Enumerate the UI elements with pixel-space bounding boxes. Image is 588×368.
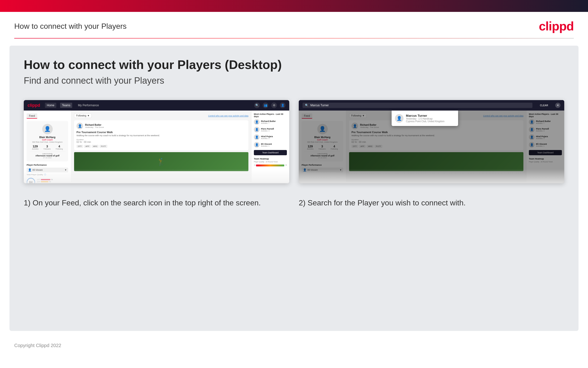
search-nav-bar: 🔍 Marcus Turner CLEAR ✕ (299, 100, 564, 110)
activities-stat: 129 Activities (32, 145, 39, 150)
heatmap-sub-2: Player Quality - 20 Round Trend (529, 161, 562, 163)
player-item-4: 👤 Eli Vincent Activities: 1 (254, 142, 287, 148)
nav-teams[interactable]: Teams (60, 103, 72, 108)
player-select-2: 👤 Eli Vincent ▼ (302, 168, 343, 172)
profile-card: Blair McHarg Golf Coach Mill Ride Golf C… (26, 121, 68, 161)
score-circle: 84 (26, 178, 35, 183)
activities-num: 129 (32, 145, 39, 148)
activities-label: Activities (32, 148, 39, 150)
player-avatar-2: 👤 (254, 127, 260, 132)
team-dashboard-button[interactable]: Team Dashboard (254, 150, 287, 155)
most-active-title-2: Most Active Players - Last 30 days (529, 113, 562, 118)
search-icon[interactable]: 🔍 (254, 102, 260, 108)
stats-row: 129 Activities 3 Followers 4 Following (29, 143, 65, 151)
player-performance-title: Player Performance (26, 164, 68, 166)
following-button-2: Following▼ (349, 113, 367, 118)
followers-stat: 3 Followers (44, 145, 51, 150)
captions-row: 1) On your Feed, click on the search ico… (24, 198, 564, 208)
screenshots-row: clippd Home Teams My Performance 🔍 👥 ⚙ 👤 (24, 100, 564, 183)
search-input-text: Marcus Turner (310, 104, 329, 107)
profile-card-2: Blair McHarg Golf Coach Mill Ride Golf C… (302, 121, 343, 161)
clear-button[interactable]: CLEAR (540, 104, 548, 107)
nav-home[interactable]: Home (45, 103, 56, 108)
control-link[interactable]: Control who can see your activity and da… (208, 115, 248, 117)
player-avatar-1: 👤 (254, 119, 260, 125)
search-result-club: Cypress Point Club, United Kingdom (406, 120, 444, 123)
search-result-name: Marcus Turner (406, 114, 444, 118)
tag-app: APP (84, 145, 91, 148)
settings-icon[interactable]: ⚙ (271, 102, 277, 108)
search-input-area[interactable]: 🔍 Marcus Turner (303, 103, 532, 108)
player-performance-title-2: Player Performance (302, 164, 343, 166)
page-footer: Copyright Clippd 2022 (0, 338, 588, 353)
following-button[interactable]: Following ▼ (74, 113, 92, 118)
search-result-dropdown: 👤 Marcus Turner Yesterday · 1-5 Handicap… (392, 110, 458, 126)
golfer-image-2 (349, 152, 523, 171)
app-feed-1: Following ▼ Control who can see your act… (71, 110, 251, 182)
tpq-label: Total Player Quality ⓘ (26, 173, 68, 176)
player-item-1: 👤 Richard Butler Activities: 7 (254, 119, 287, 125)
activity-duration-2: Duration 02 hr : 00 min (351, 138, 521, 143)
player-item-3: 👤 Hiral Pujara Activities: 3 (254, 134, 287, 140)
player-acts-2: Activities: 4 (261, 130, 274, 132)
player-name-4: Eli Vincent (261, 143, 272, 145)
control-link-2: Control who can see your activity and da… (483, 115, 523, 117)
activity-meta-2: Yesterday · The Grove (360, 126, 379, 128)
tag-ott: OTT (77, 145, 83, 148)
profile-avatar (42, 124, 53, 134)
nav-my-performance[interactable]: My Performance (76, 103, 101, 108)
team-dashboard-btn-2: Team Dashboard (529, 150, 562, 155)
activity-title: Pre Tournament Course Walk (77, 131, 246, 134)
app-sidebar-1: Feed Blair McHarg Golf Coach Mill Ride G… (24, 110, 71, 182)
player-select[interactable]: 👤 Eli Vincent ▼ (26, 168, 68, 172)
activity-card-1: 👤 Richard Butler Yesterday · The Grove P… (74, 120, 248, 150)
app-logo-1: clippd (27, 103, 40, 108)
app-nav-1: clippd Home Teams My Performance 🔍 👥 ⚙ 👤 (24, 100, 289, 110)
following-stat: 4 Following (56, 145, 63, 150)
latest-activity-2: Latest Activity Afternoon round of golf … (304, 151, 340, 158)
nav-links-1: Home Teams My Performance (45, 103, 249, 108)
player-acts-1: Activities: 7 (261, 122, 276, 124)
player-name-2: Piers Parnell (261, 128, 274, 130)
followers-label: Followers (44, 148, 51, 150)
activity-tags-2: OTT APP ARG PUTT (351, 145, 521, 148)
latest-activity: Latest Activity Afternoon round of golf … (29, 151, 65, 158)
player-avatar-4: 👤 (254, 142, 260, 148)
player-avatar-3: 👤 (254, 134, 260, 140)
profile-club-2: Mill Ride Golf Club, United Kingdom (304, 141, 340, 143)
stats-row-2: 129Activities 3Followers 4Following (304, 143, 340, 151)
app-sidebar-2: Feed Blair McHarg Golf Coach Mill Ride G… (299, 110, 346, 182)
activity-avatar: 👤 (77, 123, 83, 129)
header-divider (14, 38, 574, 38)
section-title: How to connect with your Players (Deskto… (24, 57, 564, 72)
profile-role: Golf Coach (29, 138, 65, 141)
player-acts-4: Activities: 1 (261, 145, 272, 147)
people-icon[interactable]: 👥 (263, 102, 268, 108)
search-result-item[interactable]: 👤 Marcus Turner Yesterday · 1-5 Handicap… (395, 114, 455, 123)
logo: clippd (539, 19, 574, 33)
profile-avatar-2 (317, 124, 328, 134)
screenshot1-container: clippd Home Teams My Performance 🔍 👥 ⚙ 👤 (24, 100, 289, 183)
activity-duration: Duration 02 hr : 00 min (77, 138, 246, 143)
most-active-title: Most Active Players - Last 30 days (254, 113, 287, 118)
player-item-2: 👤 Piers Parnell Activities: 4 (254, 127, 287, 132)
page-header: How to connect with your Players clippd (0, 12, 588, 38)
golfer-image: 🏌️ (74, 152, 248, 171)
player-acts-3: Activities: 3 (261, 138, 273, 139)
player-name-1: Richard Butler (261, 120, 276, 122)
team-heatmap-title-2: Team Heatmap (529, 158, 562, 160)
nav-icons-1: 🔍 👥 ⚙ 👤 (254, 102, 285, 108)
team-heatmap-title: Team Heatmap (254, 158, 287, 160)
profile-name-2: Blair McHarg (304, 136, 340, 138)
player-performance-section: Player Performance 👤 Eli Vincent ▼ Total… (26, 164, 68, 183)
close-search-button[interactable]: ✕ (555, 103, 561, 108)
app-mock-1: clippd Home Teams My Performance 🔍 👥 ⚙ 👤 (24, 100, 289, 183)
tag-arg: ARG (92, 145, 98, 148)
profile-icon[interactable]: 👤 (280, 102, 285, 108)
activity-desc: Walking the course with my coach to buil… (77, 134, 246, 137)
following-num: 4 (56, 145, 63, 148)
activity-title-2: Pre Tournament Course Walk (351, 131, 521, 134)
players-list: 👤 Richard Butler Activities: 7 👤 Piers P… (254, 119, 287, 148)
activity-author: Richard Butler (85, 124, 104, 126)
feed-tab[interactable]: Feed (26, 113, 37, 119)
